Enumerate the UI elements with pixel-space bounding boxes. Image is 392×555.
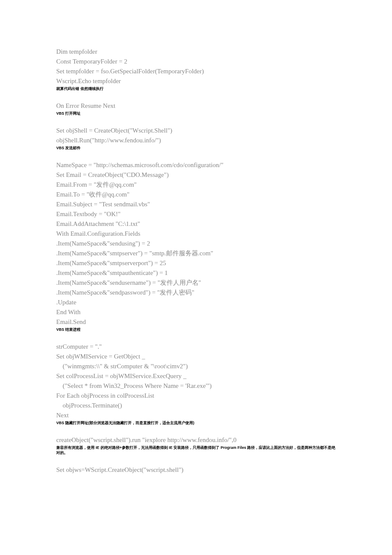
code-line: NameSpace = "http://schemas.microsoft.co…: [56, 160, 337, 170]
code-line: Set objWMIService = GetObject _: [56, 352, 337, 361]
code-line: .Item(NameSpace&"smtpserver") = "smtp.邮件…: [56, 249, 337, 258]
code-line: .Item(NameSpace&"sendusing") = 2: [56, 239, 337, 249]
comment-line: VBS 发送邮件: [56, 145, 337, 150]
blank-line: [56, 332, 337, 342]
code-line: Email.From = "发件@qq.com": [56, 180, 337, 190]
code-line: Set Email = CreateObject("CDO.Message"): [56, 170, 337, 180]
document-page: Dim tempfolderConst TemporaryFolder = 2S…: [0, 0, 392, 500]
code-line: On Error Resume Next: [56, 101, 337, 111]
comment-line: 兼容所有浏览器，使用 IE 的绝对路径+参数打开，无法用函数得到 IE 安装路径…: [56, 445, 337, 455]
code-line: .Item(NameSpace&"smtpserverport") = 25: [56, 258, 337, 268]
code-line: .Item(NameSpace&"sendusername") = "发件人用户…: [56, 278, 337, 288]
code-line: Const TemporaryFolder = 2: [56, 57, 337, 66]
code-line: Email.Send: [56, 317, 337, 327]
code-line: Email.To = "收件@qq.com": [56, 190, 337, 199]
comment-line: VBS 隐藏打开网址(部分浏览器无法隐藏打开，而是直接打开，适合主流用户使用): [56, 420, 337, 425]
code-line: End With: [56, 307, 337, 317]
code-line: Set objws=WScript.CreateObject("wscript.…: [56, 465, 337, 475]
code-line: Set objShell = CreateObject("Wscript.She…: [56, 126, 337, 136]
code-line: Email.Subject = "Test sendmail.vbs": [56, 199, 337, 209]
code-line: For Each objProcess in colProcessList: [56, 391, 337, 401]
code-line: ("winmgmts:\\" & strComputer & "\root\ci…: [56, 361, 337, 371]
code-line: Set tempfolder = fso.GetSpecialFolder(Te…: [56, 66, 337, 76]
code-line: Set colProcessList = objWMIService.ExecQ…: [56, 371, 337, 381]
code-line: objShell.Run("http://www.fendou.info/"): [56, 136, 337, 145]
blank-line: [56, 150, 337, 160]
code-line: Email.AddAttachment "C:\1.txt": [56, 219, 337, 229]
comment-line: 就算代码出错 依然继续执行: [56, 86, 337, 91]
blank-line: [56, 116, 337, 126]
code-line: Dim tempfolder: [56, 47, 337, 57]
code-line: .Item(NameSpace&"sendpassword") = "发件人密码…: [56, 288, 337, 298]
code-line: objProcess.Terminate(): [56, 401, 337, 410]
code-line: Next: [56, 410, 337, 420]
code-line: .Update: [56, 298, 337, 307]
blank-line: [56, 455, 337, 465]
code-line: With Email.Configuration.Fields: [56, 229, 337, 239]
code-line: strComputer = ".": [56, 342, 337, 352]
comment-line: VBS 结束进程: [56, 327, 337, 332]
code-line: ("Select * from Win32_Process Where Name…: [56, 381, 337, 391]
code-line: Email.Textbody = "OK!": [56, 209, 337, 219]
code-line: Wscript.Echo tempfolder: [56, 76, 337, 86]
code-line: createObject("wscript.shell").run "iexpl…: [56, 435, 337, 445]
code-line: .Item(NameSpace&"smtpauthenticate") = 1: [56, 268, 337, 278]
comment-line: VBS 打开网址: [56, 111, 337, 116]
blank-line: [56, 425, 337, 435]
blank-line: [56, 91, 337, 101]
